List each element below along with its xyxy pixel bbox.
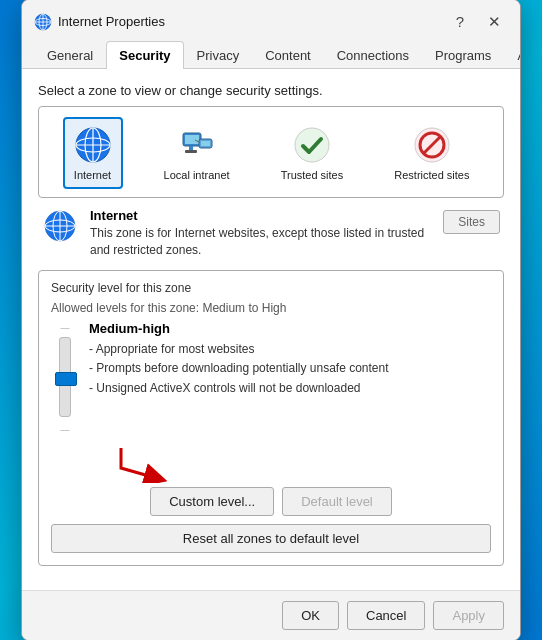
window-title: Internet Properties — [58, 14, 440, 29]
trusted-icon — [292, 125, 332, 165]
restricted-zone-label: Restricted sites — [394, 169, 469, 181]
zone-section-label: Select a zone to view or change security… — [38, 83, 504, 98]
security-level-name: Medium-high — [89, 321, 491, 336]
zone-restricted[interactable]: Restricted sites — [384, 117, 479, 189]
zone-local-intranet[interactable]: Local intranet — [154, 117, 240, 189]
default-level-button[interactable]: Default level — [282, 487, 392, 516]
svg-rect-12 — [189, 146, 193, 150]
trusted-zone-label: Trusted sites — [281, 169, 344, 181]
restricted-icon — [412, 125, 452, 165]
security-bullets: - Appropriate for most websites - Prompt… — [89, 340, 491, 398]
local-intranet-icon — [177, 125, 217, 165]
dialog-footer: OK Cancel Apply — [22, 590, 520, 640]
security-section-title: Security level for this zone — [51, 281, 491, 295]
custom-level-button[interactable]: Custom level... — [150, 487, 274, 516]
tab-general[interactable]: General — [34, 41, 106, 69]
main-content: Select a zone to view or change security… — [22, 69, 520, 591]
zone-selector: Internet Local intranet — [38, 106, 504, 198]
help-button[interactable]: ? — [446, 8, 474, 36]
ok-button[interactable]: OK — [282, 601, 339, 630]
svg-rect-15 — [201, 141, 210, 146]
zone-info-row: Internet This zone is for Internet websi… — [38, 208, 504, 259]
security-body: — — Medium-high - Appropriate for most w… — [51, 321, 491, 435]
reset-zones-button[interactable]: Reset all zones to default level — [51, 524, 491, 553]
zone-trusted[interactable]: Trusted sites — [271, 117, 354, 189]
bullet-1: - Appropriate for most websites — [89, 340, 491, 359]
zone-info-icon — [42, 208, 78, 244]
local-intranet-label: Local intranet — [164, 169, 230, 181]
svg-point-17 — [295, 128, 329, 162]
app-icon — [34, 13, 52, 31]
tab-security[interactable]: Security — [106, 41, 183, 69]
zone-info-desc: This zone is for Internet websites, exce… — [90, 225, 431, 259]
svg-rect-13 — [185, 150, 197, 153]
title-bar-controls: ? ✕ — [446, 8, 508, 36]
tab-privacy[interactable]: Privacy — [184, 41, 253, 69]
tab-bar: General Security Privacy Content Connect… — [22, 40, 520, 69]
security-level-section: Security level for this zone Allowed lev… — [38, 270, 504, 566]
reset-row: Reset all zones to default level — [51, 524, 491, 553]
close-button[interactable]: ✕ — [480, 8, 508, 36]
security-slider-thumb[interactable] — [55, 372, 77, 386]
cancel-button[interactable]: Cancel — [347, 601, 425, 630]
tab-content[interactable]: Content — [252, 41, 324, 69]
title-bar: Internet Properties ? ✕ — [22, 0, 520, 40]
tab-connections[interactable]: Connections — [324, 41, 422, 69]
internet-icon — [73, 125, 113, 165]
zone-info-text: Internet This zone is for Internet websi… — [90, 208, 431, 259]
sites-button[interactable]: Sites — [443, 210, 500, 234]
zone-info-title: Internet — [90, 208, 431, 223]
level-buttons-row: Custom level... Default level — [51, 487, 491, 516]
security-allowed-text: Allowed levels for this zone: Medium to … — [51, 301, 491, 315]
arrow-indicator — [111, 443, 171, 483]
zone-internet[interactable]: Internet — [63, 117, 123, 189]
svg-rect-11 — [185, 135, 199, 144]
internet-zone-label: Internet — [74, 169, 111, 181]
tab-advanced[interactable]: Advanced — [504, 41, 521, 69]
apply-button[interactable]: Apply — [433, 601, 504, 630]
security-slider-area[interactable]: — — — [51, 323, 79, 435]
security-details: Medium-high - Appropriate for most websi… — [89, 321, 491, 398]
security-slider-track[interactable] — [59, 337, 71, 417]
tab-programs[interactable]: Programs — [422, 41, 504, 69]
internet-properties-dialog: Internet Properties ? ✕ General Security… — [21, 0, 521, 640]
bullet-2: - Prompts before downloading potentially… — [89, 359, 491, 378]
bullet-3: - Unsigned ActiveX controls will not be … — [89, 379, 491, 398]
